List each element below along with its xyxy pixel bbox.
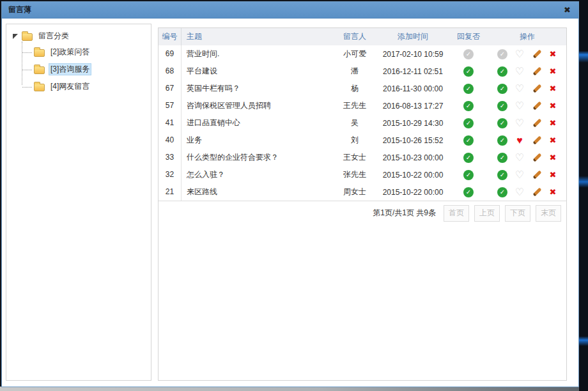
- next-page-button[interactable]: 下页: [505, 205, 530, 222]
- replied-check-icon: ✓: [463, 187, 474, 197]
- cell-id: 32: [159, 166, 182, 183]
- audit-check-icon[interactable]: ✓: [497, 84, 507, 94]
- cell-id: 57: [159, 97, 182, 114]
- tree-root-label[interactable]: 留言分类: [36, 30, 71, 42]
- delete-x-icon[interactable]: ✖: [548, 170, 557, 180]
- delete-x-icon[interactable]: ✖: [548, 187, 557, 197]
- edit-pencil-icon[interactable]: [532, 187, 542, 197]
- recommend-heart-icon[interactable]: ♡: [514, 187, 525, 197]
- cell-subject: 什么类型的企业符合要求？: [182, 152, 332, 163]
- recommend-heart-icon[interactable]: ♡: [514, 66, 525, 77]
- replied-check-icon: ✓: [463, 135, 474, 146]
- edit-pencil-icon[interactable]: [532, 153, 542, 163]
- folder-icon: [34, 66, 45, 74]
- table-row: 21 来区路线 周女士 2015-10-22 00:00 ✓ ✓ ♡ ✖: [159, 183, 566, 201]
- cell-id: 33: [159, 149, 182, 166]
- cell-time: 2015-10-29 14:30: [377, 119, 449, 128]
- cell-subject: 平台建设: [182, 66, 332, 77]
- delete-x-icon[interactable]: ✖: [548, 153, 557, 162]
- cell-subject: 怎么入驻？: [182, 169, 332, 180]
- table-row: 67 英国牛栏有吗？ 杨 2016-11-30 00:00 ✓ ✓ ♡ ✖: [159, 80, 566, 97]
- cell-person: 王先生: [332, 100, 377, 111]
- audit-check-icon[interactable]: ✓: [497, 66, 507, 77]
- header-person: 留言人: [332, 31, 377, 42]
- cell-subject: 咨询保税区管理人员招聘: [182, 100, 332, 111]
- table-row: 32 怎么入驻？ 张先生 2015-10-22 00:00 ✓ ✓ ♡ ✖: [159, 166, 566, 183]
- cell-subject: 业务: [182, 135, 332, 146]
- cell-person: 刘: [332, 135, 377, 146]
- guestbook-dialog: 留言薄 ✖ 留言分类 [2]政策问答 [3]咨询服务 [4]网友留言 编: [1, 1, 579, 387]
- audit-check-icon[interactable]: ✓: [497, 101, 507, 111]
- audit-check-icon[interactable]: ✓: [497, 170, 507, 180]
- delete-x-icon[interactable]: ✖: [548, 135, 557, 145]
- recommend-heart-icon[interactable]: ♡: [514, 118, 525, 128]
- recommend-heart-icon[interactable]: ♥: [514, 135, 525, 146]
- delete-x-icon[interactable]: ✖: [548, 84, 557, 93]
- tree-item[interactable]: [4]网友留言: [20, 78, 147, 95]
- cell-person: 杨: [332, 83, 377, 94]
- replied-check-icon: ✓: [463, 118, 474, 128]
- last-page-button[interactable]: 末页: [536, 205, 561, 222]
- delete-x-icon[interactable]: ✖: [548, 101, 557, 111]
- edit-pencil-icon[interactable]: [532, 170, 542, 180]
- audit-check-icon[interactable]: ✓: [497, 153, 507, 163]
- cell-id: 69: [159, 45, 182, 63]
- recommend-heart-icon[interactable]: ♡: [514, 170, 525, 180]
- cell-id: 68: [159, 63, 182, 80]
- cell-time: 2016-08-13 17:27: [377, 102, 449, 111]
- edit-pencil-icon[interactable]: [532, 49, 542, 59]
- prev-page-button[interactable]: 上页: [474, 205, 500, 222]
- folder-icon: [22, 33, 33, 41]
- audit-check-icon[interactable]: ✓: [497, 118, 507, 128]
- tree-item-label[interactable]: [3]咨询服务: [49, 63, 91, 75]
- delete-x-icon[interactable]: ✖: [548, 49, 557, 59]
- replied-check-icon: ✓: [463, 153, 474, 163]
- edit-pencil-icon[interactable]: [532, 101, 542, 111]
- recommend-heart-icon[interactable]: ♡: [514, 153, 525, 163]
- edit-pencil-icon[interactable]: [532, 135, 542, 146]
- audit-check-icon[interactable]: ✓: [497, 187, 507, 197]
- cell-subject: 来区路线: [182, 187, 332, 197]
- page-background: 留言薄 ✖ 留言分类 [2]政策问答 [3]咨询服务 [4]网友留言 编: [0, 0, 588, 391]
- cell-time: 2015-10-23 00:00: [377, 153, 449, 162]
- tree-item[interactable]: [3]咨询服务: [20, 61, 147, 78]
- replied-check-icon: ✓: [463, 170, 474, 180]
- cell-time: 2017-02-10 10:59: [377, 50, 449, 59]
- close-icon[interactable]: ✖: [564, 4, 571, 16]
- tree-expander-icon[interactable]: [13, 34, 18, 39]
- header-replied: 回复否: [449, 28, 488, 45]
- first-page-button[interactable]: 首页: [444, 205, 469, 222]
- edit-pencil-icon[interactable]: [532, 118, 542, 128]
- table-row: 68 平台建设 潘 2016-12-11 02:51 ✓ ✓ ♡ ✖: [159, 63, 566, 80]
- cell-time: 2015-10-26 15:52: [377, 136, 449, 145]
- pagination-bar: 第1页/共1页 共9条 首页 上页 下页 末页: [159, 201, 566, 225]
- cell-time: 2015-10-22 00:00: [377, 171, 449, 180]
- header-id: 编号: [159, 28, 182, 45]
- cell-time: 2016-11-30 00:00: [377, 84, 449, 93]
- edit-pencil-icon[interactable]: [532, 66, 542, 77]
- delete-x-icon[interactable]: ✖: [548, 118, 557, 128]
- cell-person: 周女士: [332, 187, 377, 197]
- folder-icon: [34, 49, 45, 57]
- tree-item[interactable]: [2]政策问答: [20, 43, 147, 61]
- audit-check-icon[interactable]: ✓: [497, 135, 507, 146]
- category-tree: 留言分类 [2]政策问答 [3]咨询服务 [4]网友留言: [6, 24, 151, 101]
- cell-id: 41: [159, 114, 182, 132]
- cell-id: 21: [159, 183, 182, 201]
- tree-item-label[interactable]: [2]政策问答: [49, 46, 91, 58]
- recommend-heart-icon[interactable]: ♡: [514, 84, 525, 94]
- table-row: 40 业务 刘 2015-10-26 15:52 ✓ ✓ ♥ ✖: [159, 132, 566, 149]
- recommend-heart-icon[interactable]: ♡: [514, 101, 525, 111]
- category-tree-panel: 留言分类 [2]政策问答 [3]咨询服务 [4]网友留言: [6, 24, 151, 381]
- audit-check-icon[interactable]: ✓: [497, 49, 507, 59]
- table-body: 69 营业时间. 小可爱 2017-02-10 10:59 ✓ ✓ ♡ ✖ 68…: [159, 45, 566, 201]
- delete-x-icon[interactable]: ✖: [548, 66, 557, 76]
- tree-root-node[interactable]: 留言分类: [10, 30, 147, 42]
- replied-check-icon: ✓: [463, 49, 474, 59]
- recommend-heart-icon[interactable]: ♡: [514, 49, 525, 59]
- edit-pencil-icon[interactable]: [532, 84, 542, 94]
- tree-item-label[interactable]: [4]网友留言: [49, 80, 91, 93]
- replied-check-icon: ✓: [463, 84, 474, 94]
- cell-person: 王女士: [332, 152, 377, 163]
- dialog-titlebar[interactable]: 留言薄 ✖: [2, 2, 578, 19]
